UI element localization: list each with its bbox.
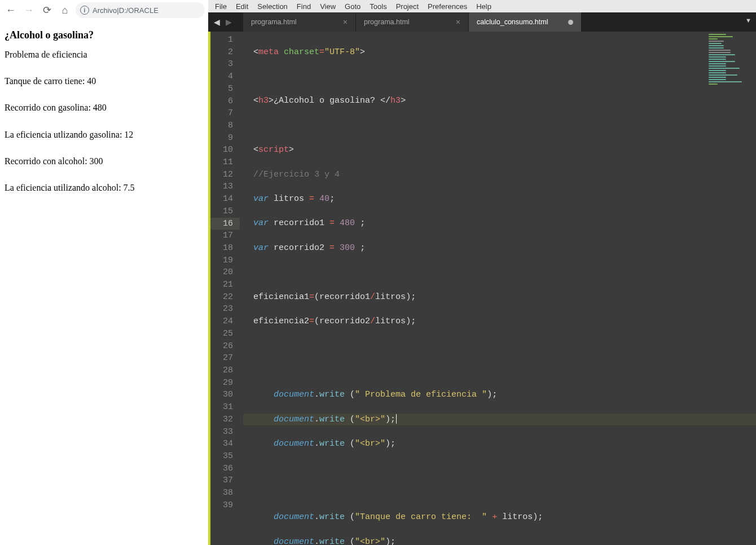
- line-number: 28: [210, 364, 240, 377]
- tabs-dropdown-icon[interactable]: ▼: [745, 17, 751, 24]
- tab-label: programa.html: [364, 18, 410, 26]
- text-caret: [396, 414, 397, 424]
- line-number: 19: [210, 254, 240, 267]
- line-number: 31: [210, 401, 240, 414]
- line-number: 14: [210, 193, 240, 205]
- close-icon[interactable]: ×: [343, 17, 348, 27]
- line-number: 12: [210, 169, 240, 181]
- editor-panel: File Edit Selection Find View Goto Tools…: [208, 0, 756, 545]
- line-number: 17: [210, 230, 240, 242]
- info-icon: i: [80, 6, 89, 15]
- browser-toolbar: ← → ⟳ ⌂ i Archivo | D:/ORACLE: [0, 0, 208, 20]
- address-bar[interactable]: i Archivo | D:/ORACLE: [76, 2, 205, 18]
- gutter[interactable]: 1234567891011121314151617181920212223242…: [210, 32, 240, 545]
- line-number: 26: [210, 340, 240, 353]
- page-line: Recorrido con gasolina: 480: [5, 102, 204, 113]
- line-number: 15: [210, 205, 240, 218]
- line-number: 35: [210, 450, 240, 463]
- tab-label: calclulo_consumo.html: [477, 18, 548, 26]
- menu-project[interactable]: Project: [392, 2, 423, 11]
- code-area-wrap: 1234567891011121314151617181920212223242…: [208, 32, 756, 545]
- line-number: 8: [210, 120, 240, 132]
- line-number: 23: [210, 303, 240, 315]
- page-line: Recorrido con alcohol: 300: [5, 156, 204, 166]
- line-number: 32: [210, 414, 240, 426]
- browser-panel: ← → ⟳ ⌂ i Archivo | D:/ORACLE ¿Alcohol o…: [0, 0, 208, 545]
- menu-goto[interactable]: Goto: [340, 2, 365, 11]
- line-number: 9: [210, 132, 240, 144]
- minimap[interactable]: [705, 32, 756, 122]
- menu-find[interactable]: Find: [292, 2, 315, 11]
- line-number: 5: [210, 83, 240, 95]
- tab-prev-button[interactable]: ◀: [212, 16, 222, 28]
- menu-tools[interactable]: Tools: [365, 2, 391, 11]
- line-number: 21: [210, 279, 240, 291]
- close-icon[interactable]: ×: [456, 17, 460, 27]
- tab-next-button[interactable]: ▶: [223, 16, 234, 28]
- line-number: 13: [210, 181, 240, 193]
- line-number: 3: [210, 58, 240, 71]
- back-button[interactable]: ←: [3, 3, 18, 17]
- page-heading: ¿Alcohol o gasolina?: [5, 29, 204, 41]
- tabs: programa.html × programa.html × calclulo…: [243, 12, 582, 32]
- line-number: 1: [210, 34, 240, 46]
- page-line: Problema de eficiencia: [5, 49, 204, 60]
- menu-help[interactable]: Help: [472, 2, 496, 11]
- line-number: 25: [210, 328, 240, 340]
- line-number: 20: [210, 266, 240, 279]
- page-line: Tanque de carro tiene: 40: [5, 76, 204, 86]
- home-button[interactable]: ⌂: [58, 3, 72, 17]
- line-number: 27: [210, 352, 240, 364]
- line-number: 11: [210, 156, 240, 169]
- line-number: 2: [210, 46, 240, 59]
- line-number: 34: [210, 438, 240, 450]
- forward-button[interactable]: →: [21, 3, 36, 17]
- url-path: D:/ORACLE: [119, 6, 159, 15]
- line-number: 36: [210, 463, 240, 475]
- menu-view[interactable]: View: [315, 2, 340, 11]
- tab-calculo-consumo[interactable]: calclulo_consumo.html: [469, 12, 582, 32]
- menubar: File Edit Selection Find View Goto Tools…: [208, 0, 756, 12]
- menu-edit[interactable]: Edit: [231, 2, 253, 11]
- line-number: 10: [210, 144, 240, 156]
- page-line: La eficiencia utilizando alcohol: 7.5: [5, 182, 204, 193]
- code-area[interactable]: <meta charset="UTF-8"> <h3>¿Alcohol o ga…: [240, 32, 756, 545]
- line-number: 18: [210, 242, 240, 254]
- menu-selection[interactable]: Selection: [253, 2, 292, 11]
- tab-nav: ◀ ▶: [208, 16, 238, 28]
- line-number: 29: [210, 377, 240, 389]
- line-number: 30: [210, 389, 240, 401]
- line-number: 33: [210, 426, 240, 438]
- reload-button[interactable]: ⟳: [39, 3, 54, 17]
- line-number: 22: [210, 291, 240, 304]
- tab-label: programa.html: [251, 18, 297, 26]
- line-number: 16: [210, 218, 240, 230]
- menu-preferences[interactable]: Preferences: [423, 2, 472, 11]
- line-number: 24: [210, 315, 240, 328]
- line-number: 37: [210, 474, 240, 487]
- line-number: 38: [210, 487, 240, 499]
- line-number: 39: [210, 499, 240, 512]
- dirty-indicator-icon: [568, 20, 573, 25]
- menu-file[interactable]: File: [210, 2, 231, 11]
- tab-programa-2[interactable]: programa.html ×: [356, 12, 469, 32]
- url-label: Archivo: [93, 6, 117, 15]
- line-number: 6: [210, 95, 240, 108]
- tab-programa-1[interactable]: programa.html ×: [243, 12, 356, 32]
- line-number: 4: [210, 71, 240, 83]
- rendered-page: ¿Alcohol o gasolina? Problema de eficien…: [0, 20, 208, 213]
- tabbar: ◀ ▶ programa.html × programa.html × calc…: [208, 12, 756, 32]
- page-line: La eficiencia utlizando gasolina: 12: [5, 129, 204, 140]
- line-number: 7: [210, 107, 240, 120]
